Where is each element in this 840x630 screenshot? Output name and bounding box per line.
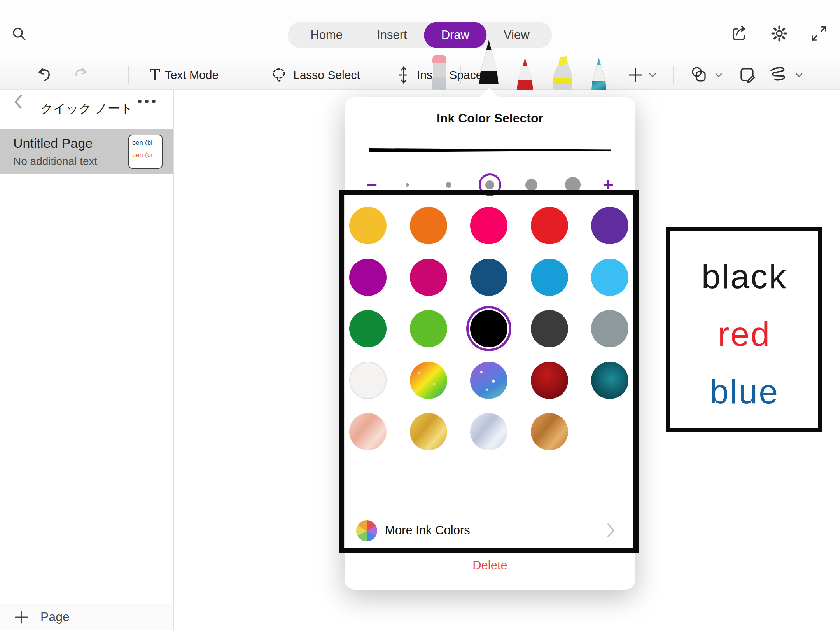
tab-home[interactable]: Home xyxy=(293,22,360,48)
thumbnail-line-1: pen (bl xyxy=(132,139,159,146)
handwritten-word-blue: blue xyxy=(670,363,818,420)
shapes-icon xyxy=(689,65,710,86)
handwritten-word-black: black xyxy=(670,248,818,305)
ink-color-dark-blue[interactable] xyxy=(470,259,508,296)
handwritten-word-red: red xyxy=(670,305,818,363)
eraser-tool[interactable] xyxy=(428,53,451,90)
ink-color-rose-gold[interactable] xyxy=(349,413,387,450)
black-pen-selected[interactable] xyxy=(476,39,501,84)
add-page-button[interactable]: Page xyxy=(0,604,173,630)
ink-color-galaxy[interactable] xyxy=(470,362,508,399)
ink-color-grid xyxy=(345,97,635,590)
title-bar: Home Insert Draw View xyxy=(0,0,840,60)
plus-icon xyxy=(14,610,29,625)
divider xyxy=(345,550,635,551)
color-wheel-icon xyxy=(356,520,377,541)
share-icon[interactable] xyxy=(730,23,750,44)
page-sidebar: クイック ノート Untitled Page No additional tex… xyxy=(0,90,174,630)
ink-color-orange[interactable] xyxy=(410,207,447,244)
chevron-down-icon xyxy=(715,73,723,78)
chevron-right-icon xyxy=(607,523,615,538)
ink-to-shape-button[interactable] xyxy=(768,60,803,90)
chevron-down-icon xyxy=(649,73,656,78)
ink-color-green[interactable] xyxy=(349,310,387,347)
ink-color-selector-popup: Ink Color Selector − + More Ink Colors D… xyxy=(345,97,635,590)
expand-icon[interactable] xyxy=(809,23,829,44)
ink-color-magenta[interactable] xyxy=(349,259,387,296)
ink-color-purple[interactable] xyxy=(591,207,628,244)
toolbar-divider xyxy=(673,66,674,84)
page-edit-button[interactable] xyxy=(737,60,758,90)
more-ink-colors-label: More Ink Colors xyxy=(385,523,470,537)
onenote-window: Home Insert Draw View xyxy=(0,0,840,630)
text-mode-button[interactable]: T Text Mode xyxy=(150,60,219,90)
ink-color-black[interactable] xyxy=(470,310,508,347)
more-ink-colors-button[interactable]: More Ink Colors xyxy=(345,517,635,545)
galaxy-pencil[interactable] xyxy=(587,56,611,90)
ink-color-blue[interactable] xyxy=(531,259,568,296)
add-page-label: Page xyxy=(40,610,70,624)
ink-color-gray[interactable] xyxy=(591,310,628,347)
red-pen[interactable] xyxy=(513,56,537,90)
ribbon-tabs: Home Insert Draw View xyxy=(288,22,552,48)
ink-color-yellow[interactable] xyxy=(349,207,387,244)
annotation-rectangle-handwriting: blackredblue xyxy=(666,227,822,432)
ink-color-light-green[interactable] xyxy=(410,310,447,347)
add-pen-button[interactable] xyxy=(627,60,656,90)
squiggle-icon xyxy=(768,65,791,85)
page-title: Untitled Page xyxy=(13,136,93,151)
search-icon[interactable] xyxy=(10,25,29,44)
toolbar-divider xyxy=(128,66,129,84)
ink-color-gold[interactable] xyxy=(410,413,447,450)
page-subtitle: No additional text xyxy=(13,155,97,168)
ink-color-teal-ocean[interactable] xyxy=(591,362,628,399)
ink-color-dark-gray[interactable] xyxy=(531,310,568,347)
ink-color-pink[interactable] xyxy=(470,207,508,244)
ellipsis-icon[interactable] xyxy=(138,100,156,103)
lasso-icon xyxy=(269,65,289,85)
ink-color-bronze[interactable] xyxy=(531,413,568,450)
text-mode-label: Text Mode xyxy=(165,68,219,82)
lasso-select-button[interactable]: Lasso Select xyxy=(269,60,360,90)
chevron-down-icon xyxy=(795,73,803,78)
shapes-button[interactable] xyxy=(689,60,723,90)
thumbnail-line-2: pen (or xyxy=(132,152,159,159)
ink-color-white[interactable] xyxy=(349,362,387,399)
gear-icon[interactable] xyxy=(769,23,789,44)
tab-insert[interactable]: Insert xyxy=(360,22,424,48)
yellow-highlighter[interactable] xyxy=(550,56,576,90)
ink-color-red-lava[interactable] xyxy=(531,362,568,399)
undo-icon[interactable] xyxy=(36,60,54,90)
insert-space-icon xyxy=(395,65,412,85)
ink-color-dark-pink[interactable] xyxy=(410,259,447,296)
lasso-select-label: Lasso Select xyxy=(293,68,360,82)
page-edit-icon xyxy=(737,65,758,85)
ink-color-rainbow-glitter[interactable] xyxy=(410,362,447,399)
toolbar-divider xyxy=(460,66,461,84)
delete-pen-button[interactable]: Delete xyxy=(345,558,635,572)
page-thumbnail: pen (bl pen (or xyxy=(128,135,163,169)
ink-color-light-blue[interactable] xyxy=(591,259,628,296)
redo-icon xyxy=(71,60,89,90)
ink-color-red[interactable] xyxy=(531,207,568,244)
page-list-item-selected[interactable]: Untitled Page No additional text pen (bl… xyxy=(0,130,173,174)
popup-caret xyxy=(479,88,500,98)
draw-toolbar: T Text Mode Lasso Select Inser xyxy=(0,60,840,90)
ink-color-silver[interactable] xyxy=(470,413,508,450)
text-mode-icon: T xyxy=(150,67,160,83)
